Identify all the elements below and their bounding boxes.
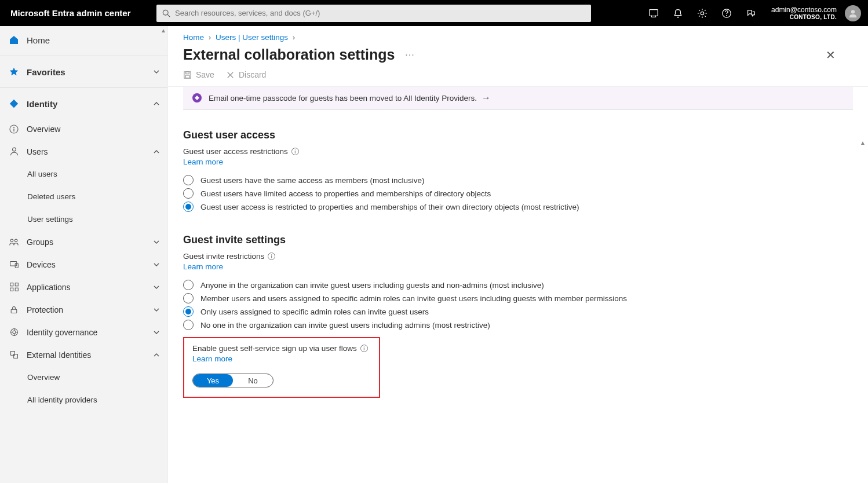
radio-icon	[183, 175, 194, 185]
chevron-up-icon	[152, 148, 161, 156]
search-input[interactable]	[175, 9, 585, 17]
svg-point-9	[13, 127, 14, 128]
sidebar-protection[interactable]: Protection	[0, 298, 167, 321]
main-panel: Home › Users | User settings › External …	[168, 26, 868, 483]
section-guest-invite-title: Guest invite settings	[183, 234, 853, 246]
sidebar-all-users[interactable]: All users	[0, 163, 167, 185]
radio-label: Guest users have limited access to prope…	[200, 189, 491, 198]
breadcrumb-users[interactable]: Users | User settings	[216, 33, 288, 42]
sidebar-deleted-users[interactable]: Deleted users	[0, 185, 167, 208]
radio-option[interactable]: Guest users have the same access as memb…	[183, 175, 853, 185]
radio-label: Only users assigned to specific admin ro…	[200, 308, 429, 316]
sidebar-favorites[interactable]: Favorites	[0, 58, 167, 86]
svg-rect-10	[13, 129, 14, 131]
radio-label: Guest user access is restricted to prope…	[200, 203, 579, 211]
self-service-toggle[interactable]: Yes No	[192, 374, 273, 387]
sidebar-groups[interactable]: Groups	[0, 230, 167, 253]
info-icon[interactable]: i	[360, 345, 368, 352]
top-bar: Microsoft Entra admin center admin@conto…	[0, 0, 868, 26]
chevron-down-icon	[152, 261, 161, 269]
learn-more-link[interactable]: Learn more	[192, 354, 232, 363]
svg-rect-17	[15, 283, 18, 286]
chevron-down-icon	[152, 238, 161, 246]
learn-more-link[interactable]: Learn more	[183, 158, 223, 166]
info-icon[interactable]: i	[268, 253, 275, 260]
avatar[interactable]	[845, 5, 861, 21]
page-title: External collaboration settings	[183, 46, 395, 63]
feedback-icon[interactable]	[739, 0, 763, 26]
svg-rect-2	[650, 9, 658, 16]
radio-icon	[183, 202, 194, 212]
info-badge-icon	[192, 93, 202, 103]
breadcrumb-home[interactable]: Home	[183, 33, 204, 42]
radio-label: No one in the organization can invite gu…	[200, 321, 490, 330]
toggle-no[interactable]: No	[233, 374, 273, 387]
toggle-yes[interactable]: Yes	[193, 374, 233, 387]
info-banner[interactable]: Email one-time passcode for guests has b…	[183, 87, 853, 109]
sidebar-identity[interactable]: Identity	[0, 90, 167, 118]
sidebar-overview[interactable]: Overview	[0, 118, 167, 140]
sidebar-applications[interactable]: Applications	[0, 276, 167, 298]
sidebar-devices[interactable]: Devices	[0, 253, 167, 276]
svg-rect-20	[11, 309, 17, 313]
radio-label: Guest users have the same access as memb…	[200, 176, 424, 185]
devices-icon	[8, 258, 20, 271]
search-box[interactable]	[156, 5, 591, 22]
radio-icon	[183, 306, 194, 317]
sidebar-extid-overview[interactable]: Overview	[0, 366, 167, 389]
info-icon[interactable]: i	[291, 148, 299, 155]
info-icon	[8, 123, 20, 136]
account-info[interactable]: admin@contoso.com CONTOSO, LTD.	[763, 6, 841, 20]
svg-rect-19	[15, 288, 18, 291]
radio-option[interactable]: Guest user access is restricted to prope…	[183, 202, 853, 212]
radio-option[interactable]: No one in the organization can invite gu…	[183, 320, 853, 330]
external-icon	[8, 349, 20, 361]
search-icon	[162, 9, 170, 17]
radio-option[interactable]: Anyone in the organization can invite gu…	[183, 280, 853, 290]
svg-rect-23	[10, 352, 14, 356]
groups-icon	[8, 236, 20, 248]
svg-marker-7	[10, 100, 18, 108]
discard-icon	[226, 71, 235, 79]
cloud-shell-icon[interactable]	[641, 0, 666, 26]
sidebar: ▲ Home Favorites Identity Overview Users…	[0, 26, 168, 483]
page-header: External collaboration settings ··· ✕	[168, 46, 868, 70]
svg-line-1	[167, 14, 170, 17]
sidebar-home[interactable]: Home	[0, 26, 167, 54]
radio-label: Anyone in the organization can invite gu…	[200, 281, 544, 290]
sidebar-extid-idp[interactable]: All identity providers	[0, 389, 167, 411]
svg-point-6	[851, 10, 855, 13]
identity-icon	[8, 97, 20, 110]
top-actions: admin@contoso.com CONTOSO, LTD.	[641, 0, 868, 26]
radio-icon	[183, 188, 194, 199]
sidebar-users[interactable]: Users	[0, 140, 167, 163]
radio-icon	[183, 293, 194, 303]
radio-option[interactable]: Guest users have limited access to prope…	[183, 188, 853, 199]
save-button[interactable]: Save	[183, 70, 214, 79]
svg-point-3	[701, 12, 703, 14]
radio-option[interactable]: Member users and users assigned to speci…	[183, 293, 853, 303]
svg-point-0	[163, 10, 168, 15]
learn-more-link[interactable]: Learn more	[183, 262, 223, 271]
sidebar-external-identities[interactable]: External Identities	[0, 343, 167, 366]
chevron-right-icon: ›	[209, 33, 211, 42]
discard-button[interactable]: Discard	[226, 70, 266, 79]
radio-label: Member users and users assigned to speci…	[200, 294, 627, 303]
settings-icon[interactable]	[690, 0, 714, 26]
home-icon	[8, 34, 20, 46]
governance-icon	[8, 326, 20, 339]
apps-icon	[8, 281, 20, 294]
chevron-down-icon	[152, 306, 161, 314]
radio-option[interactable]: Only users assigned to specific admin ro…	[183, 306, 853, 317]
scroll-up-icon: ▲	[160, 27, 167, 34]
more-actions-icon[interactable]: ···	[405, 50, 414, 60]
chevron-up-icon	[152, 100, 161, 108]
close-icon[interactable]: ✕	[826, 48, 836, 62]
notifications-icon[interactable]	[666, 0, 690, 26]
sidebar-identity-governance[interactable]: Identity governance	[0, 321, 167, 343]
help-icon[interactable]	[714, 0, 739, 26]
save-icon	[183, 71, 192, 79]
breadcrumb: Home › Users | User settings ›	[168, 26, 868, 46]
sidebar-user-settings[interactable]: User settings	[0, 208, 167, 230]
guest-access-subtitle: Guest user access restrictions i	[183, 147, 853, 156]
